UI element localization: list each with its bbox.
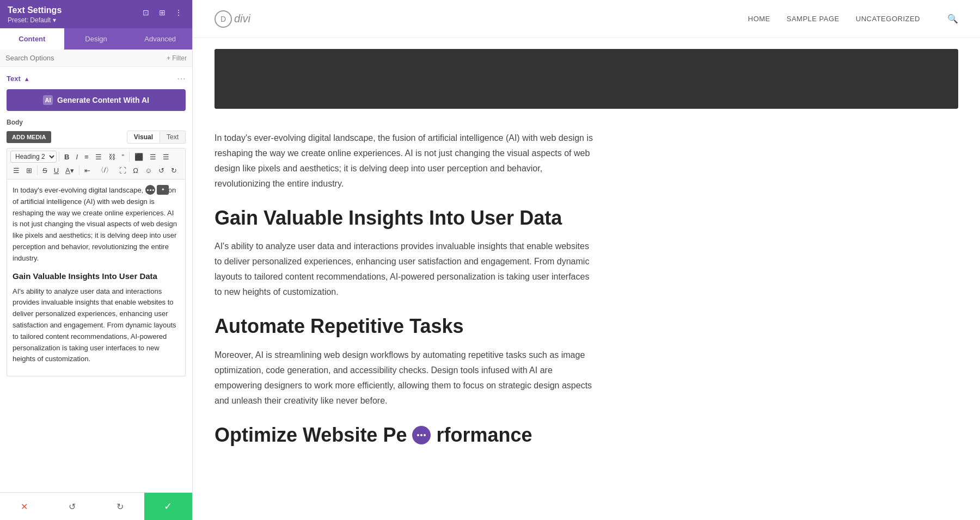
add-media-button[interactable]: ADD MEDIA [7,131,51,143]
panel-preset[interactable]: Preset: Default ▾ [8,16,62,24]
site-nav: D divi HOME SAMPLE PAGE UNCATEGORIZED 🔍 [193,0,980,38]
logo-icon: D [215,10,232,28]
visual-text-tabs: Visual Text [127,131,186,144]
text-color-button[interactable]: A▾ [63,165,77,176]
article-subtext-1: AI's ability to analyze user data and in… [215,239,596,300]
align-right-button[interactable]: ☰ [160,151,172,163]
save-button[interactable]: ✓ [144,493,192,520]
italic-button[interactable]: I [73,151,81,163]
toolbar-divider-1 [59,152,59,162]
left-panel: Text Settings Preset: Default ▾ ⊡ ⊞ ⋮ Co… [0,0,193,520]
table-button[interactable]: ⊞ [23,165,35,176]
fullscreen-icon[interactable]: ⊡ [140,7,152,18]
toolbar-divider-2 [129,152,130,162]
align-left-button[interactable]: ⬛ [132,151,146,163]
heading-select[interactable]: Heading 2 [10,151,57,163]
article-hero-image [215,49,958,109]
section-collapse-icon[interactable]: ▲ [24,76,30,82]
indent-decrease-button[interactable]: ⇤ [82,165,93,176]
bottom-action-bar: ✕ ↺ ↻ ✓ [0,492,192,520]
undo-button[interactable]: ↺ [48,493,96,520]
right-panel: D divi HOME SAMPLE PAGE UNCATEGORIZED 🔍 … [193,0,980,520]
grid-icon[interactable]: ⊞ [156,7,168,18]
strikethrough-button[interactable]: S [40,165,50,176]
nav-sample-page[interactable]: SAMPLE PAGE [787,15,840,23]
panel-title: Text Settings [8,5,62,15]
dot-3 [424,434,426,436]
nav-search-icon[interactable]: 🔍 [947,14,958,24]
bullet-list-button[interactable]: ≡ [82,151,91,163]
editor-top-toolbar: ADD MEDIA Visual Text [7,131,186,144]
ai-generate-button[interactable]: AI Generate Content With AI [7,89,186,111]
filter-button[interactable]: + Filter [167,54,187,62]
toolbar-divider-4 [79,165,79,175]
panel-header: Text Settings Preset: Default ▾ ⊡ ⊞ ⋮ [0,0,192,28]
fullscreen-editor-button[interactable]: ⛶ [117,165,129,176]
tab-text[interactable]: Text [160,131,186,144]
underline-button[interactable]: U [51,165,62,176]
badge-dots [417,434,426,436]
emoji-button[interactable]: ☺ [142,165,155,176]
panel-header-left: Text Settings Preset: Default ▾ [8,5,62,24]
site-nav-links: HOME SAMPLE PAGE UNCATEGORIZED 🔍 [748,14,958,24]
cursor-dot [145,185,155,195]
search-bar: + Filter [0,49,192,67]
align-center-button[interactable]: ☰ [147,151,159,163]
panel-content: Text ▲ ⋯ AI Generate Content With AI Bod… [0,67,192,492]
blockquote-button[interactable]: " [119,151,127,163]
body-label: Body [7,119,186,126]
nav-uncategorized[interactable]: UNCATEGORIZED [856,15,920,23]
undo-toolbar-button[interactable]: ↺ [156,165,167,176]
redo-button[interactable]: ↻ [96,493,144,520]
redo-toolbar-button[interactable]: ↻ [168,165,180,176]
section-header: Text ▲ ⋯ [7,73,186,84]
tab-advanced[interactable]: Advanced [128,28,192,49]
article-heading-1: Gain Valuable Insights Into User Data [215,207,596,229]
tab-visual[interactable]: Visual [127,131,160,144]
link-button[interactable]: ⛓ [106,151,118,163]
editor-paragraph-1: In today's ever-evolving digital landsca… [13,185,180,264]
dot-1 [417,434,419,436]
article-intro-text: In today's ever-evolving digital landsca… [215,131,596,191]
heading-3-suffix: rformance [436,424,532,447]
panel-header-right: ⊡ ⊞ ⋮ [140,7,185,18]
dot-2 [420,434,422,436]
cancel-button[interactable]: ✕ [0,493,48,520]
article-content: In today's ever-evolving digital landsca… [193,109,617,486]
editor-paragraph-2: AI's ability to analyze user data and in… [13,286,180,366]
ordered-list-button[interactable]: ☰ [93,151,105,163]
site-logo: D divi [215,10,250,28]
purple-badge [412,426,431,444]
special-char-button[interactable]: Ω [130,165,141,176]
editor-content[interactable]: ✦ In today's ever-evolving digital lands… [7,179,186,376]
tab-content[interactable]: Content [0,28,64,49]
nav-home[interactable]: HOME [748,15,770,23]
article-heading-3: Optimize Website Pe rformance [215,424,596,447]
editor-heading-1: Gain Valuable Insights Into User Data [13,270,180,283]
article-subtext-2: Moreover, AI is streamlining web design … [215,348,596,408]
logo-text: divi [234,13,250,25]
heading-3-prefix: Optimize Website Pe [215,424,407,447]
tab-bar: Content Design Advanced [0,28,192,49]
cursor-indicator: ✦ [145,185,169,195]
toolbar-divider-3 [37,165,38,175]
section-menu-icon[interactable]: ⋯ [177,73,186,84]
search-input[interactable] [5,54,167,62]
more-options-icon[interactable]: ⋮ [173,7,185,18]
ai-button-label: Generate Content With AI [57,96,149,104]
bold-button[interactable]: B [62,151,72,163]
cursor-handle: ✦ [157,185,169,195]
ai-icon: AI [43,95,53,105]
align-justify-button[interactable]: ☰ [10,165,22,176]
article-heading-2: Automate Repetitive Tasks [215,315,596,338]
format-toolbar: Heading 2 B I ≡ ☰ ⛓ " ⬛ ☰ ☰ ☰ ⊞ S U A▾ ⇤… [7,148,186,179]
code-inline-button[interactable]: 〈/〉 [94,164,116,177]
section-title-label: Text [7,75,21,83]
tab-design[interactable]: Design [64,28,128,49]
section-title: Text ▲ [7,75,30,83]
preview-image-container [193,38,980,109]
